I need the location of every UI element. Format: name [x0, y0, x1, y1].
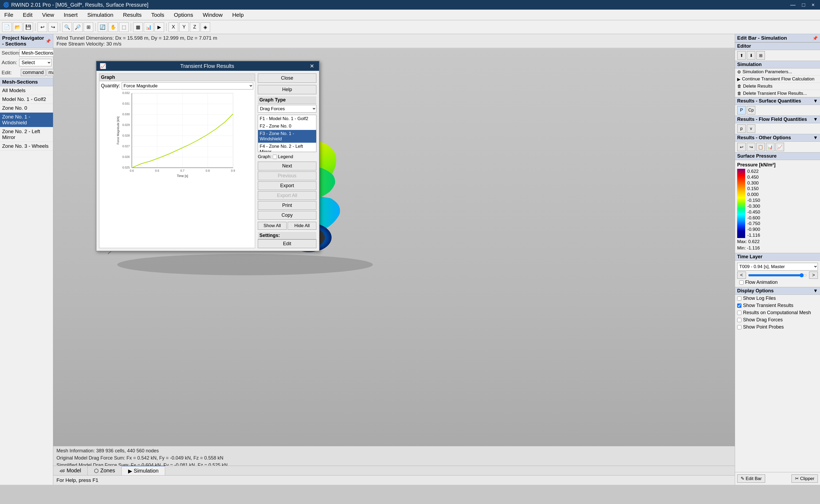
editor-btn3[interactable]: ⊞: [756, 51, 765, 60]
tb-select-area[interactable]: ⬚: [119, 22, 129, 32]
mesh-item-left-mirror[interactable]: Zone No. 2 - Left Mirror: [0, 127, 53, 142]
tb-redo[interactable]: ↪: [48, 22, 58, 32]
surface-pressure-title: Surface Pressure: [735, 152, 820, 160]
tab-zones[interactable]: ⬡ Zones: [88, 466, 122, 476]
tab-simulation[interactable]: ▶ Simulation: [122, 466, 165, 476]
other-btn3[interactable]: 📋: [756, 143, 765, 151]
results-comp-mesh-checkbox[interactable]: [737, 311, 741, 315]
p-btn[interactable]: p: [737, 124, 746, 133]
series-item-f4[interactable]: F4 - Zone No. 2 - Left Mirror: [258, 143, 316, 152]
tb-new[interactable]: 📄: [2, 22, 12, 32]
time-next-button[interactable]: >: [809, 272, 818, 279]
mesh-item-wheels[interactable]: Zone No. 3 - Wheels: [0, 142, 53, 151]
menu-edit[interactable]: Edit: [21, 11, 35, 19]
show-point-probes-checkbox[interactable]: [737, 325, 741, 329]
tb-rotate[interactable]: 🔄: [98, 22, 107, 32]
cp-btn[interactable]: Cp: [747, 106, 755, 114]
editor-btn1[interactable]: ⬆: [737, 51, 746, 60]
close-button[interactable]: Close: [258, 73, 316, 83]
tb-y-view[interactable]: Y: [179, 22, 189, 32]
tb-open[interactable]: 📂: [13, 22, 22, 32]
action-select[interactable]: Select: [19, 59, 51, 66]
flow-collapse[interactable]: ▼: [813, 117, 818, 122]
sim-params-row: ⚙ Simulation Parameters...: [735, 68, 820, 76]
sim-delete-transient-label[interactable]: Delete Transient Flow Results...: [743, 91, 807, 96]
tb-iso[interactable]: ◈: [201, 22, 210, 32]
pressure-btn[interactable]: P: [737, 106, 746, 114]
sim-continue-label[interactable]: Continue Transient Flow Calculation: [742, 76, 814, 82]
menu-view[interactable]: View: [40, 11, 56, 19]
show-log-files-checkbox[interactable]: [737, 296, 741, 301]
tab-model[interactable]: 🏎 Model: [53, 466, 88, 475]
menu-options[interactable]: Options: [172, 11, 195, 19]
other-btn1[interactable]: ↩: [737, 143, 746, 151]
editor-btn2[interactable]: ⬇: [747, 51, 755, 60]
right-panel-pin[interactable]: 📌: [813, 36, 818, 41]
flow-animation-checkbox[interactable]: [739, 280, 744, 285]
legend-row: Graph: Legend: [258, 154, 316, 159]
minimize-button[interactable]: —: [788, 1, 798, 9]
tb-save[interactable]: 💾: [23, 22, 33, 32]
surface-collapse[interactable]: ▼: [813, 98, 818, 104]
series-item-f3[interactable]: F3 - Zone No. 1 - Windshield: [258, 130, 316, 143]
maximize-button[interactable]: □: [800, 1, 807, 9]
export-all-button[interactable]: Export All: [258, 191, 316, 200]
copy-button[interactable]: Copy: [258, 211, 316, 220]
menu-simulation[interactable]: Simulation: [85, 11, 116, 19]
settings-edit-button[interactable]: Edit: [258, 239, 316, 248]
time-slider[interactable]: [748, 273, 807, 277]
quantity-select[interactable]: Force Magnitude: [122, 82, 253, 89]
tb-undo[interactable]: ↩: [38, 22, 47, 32]
tb-zoom-out[interactable]: 🔎: [73, 22, 83, 32]
menu-results[interactable]: Results: [121, 11, 144, 19]
tb-pan[interactable]: ✋: [108, 22, 118, 32]
help-button[interactable]: Help: [258, 85, 316, 94]
mesh-item-golf2[interactable]: Model No. 1 - Golf2: [0, 95, 53, 104]
print-button[interactable]: Print: [258, 201, 316, 210]
time-prev-button[interactable]: <: [737, 272, 746, 279]
v-btn[interactable]: v: [747, 124, 755, 133]
sim-delete-label[interactable]: Delete Results: [743, 84, 773, 89]
legend-checkbox[interactable]: [273, 155, 277, 159]
command-button[interactable]: command: [21, 69, 46, 76]
other-btn4[interactable]: 📊: [766, 143, 774, 151]
menu-window[interactable]: Window: [201, 11, 225, 19]
tb-z-view[interactable]: Z: [190, 22, 199, 32]
show-transient-checkbox[interactable]: [737, 304, 741, 308]
tb-results[interactable]: 📊: [144, 22, 153, 32]
next-button[interactable]: Next: [258, 162, 316, 170]
display-collapse[interactable]: ▼: [813, 288, 818, 294]
mesh-item-windshield[interactable]: Zone No. 1 - Windshield: [0, 113, 53, 127]
edit-bar-button[interactable]: ✎ Edit Bar: [737, 474, 765, 483]
dialog-close-button[interactable]: ✕: [308, 63, 316, 69]
show-drag-forces-checkbox[interactable]: [737, 318, 741, 322]
tb-x-view[interactable]: X: [169, 22, 178, 32]
series-item-f2[interactable]: F2 - Zone No. 0: [258, 122, 316, 130]
other-collapse[interactable]: ▼: [813, 135, 818, 141]
mesh-item-all-models[interactable]: All Models: [0, 86, 53, 95]
mesh-item-zone0[interactable]: Zone No. 0: [0, 104, 53, 113]
close-window-button[interactable]: ×: [809, 1, 817, 9]
other-btn2[interactable]: ↪: [747, 143, 755, 151]
graph-type-select[interactable]: Drag Forces: [258, 105, 316, 113]
sim-params-label[interactable]: Simulation Parameters...: [743, 69, 792, 75]
menu-help[interactable]: Help: [230, 11, 246, 19]
time-select[interactable]: T009 - 0.94 [s], Master: [737, 263, 818, 271]
clipper-button[interactable]: ✂ Clipper: [792, 474, 818, 483]
export-button[interactable]: Export: [258, 181, 316, 190]
settings-section: Settings: Edit: [258, 232, 316, 248]
menu-insert[interactable]: Insert: [62, 11, 80, 19]
menu-tools[interactable]: Tools: [149, 11, 166, 19]
tb-fit[interactable]: ⊞: [84, 22, 93, 32]
series-item-f1[interactable]: F1 - Model No. 1 - Golf2: [258, 115, 316, 122]
tb-sim[interactable]: ▶: [154, 22, 164, 32]
left-panel-pin[interactable]: 📌: [46, 39, 51, 44]
previous-button[interactable]: Previous: [258, 171, 316, 180]
show-all-button[interactable]: Show All: [258, 222, 287, 230]
tb-zoom-in[interactable]: 🔍: [62, 22, 72, 32]
other-btn5[interactable]: 📈: [776, 143, 784, 151]
sim-continue-icon: ▶: [737, 77, 740, 82]
menu-file[interactable]: File: [2, 11, 15, 19]
hide-all-button[interactable]: Hide All: [288, 222, 316, 230]
tb-mesh[interactable]: ▦: [133, 22, 143, 32]
